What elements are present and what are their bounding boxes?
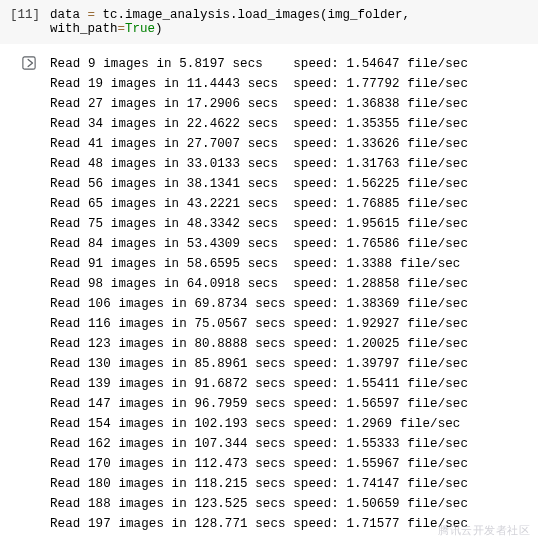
notebook-cell: [11] data = tc.image_analysis.load_image… [0,0,538,534]
code-token-call: tc.image_analysis.load_images [103,8,321,22]
code-token-assign: = [80,8,103,22]
svg-rect-0 [23,57,35,69]
cell-prompt: [11] [0,8,50,22]
output-gutter [0,54,50,70]
code-token-close: ) [155,22,163,36]
code-token-eq: = [118,22,126,36]
code-token-kwval: True [125,22,155,36]
code-token-kwname: with_path [50,22,118,36]
code-token-arg1: img_folder [328,8,403,22]
code-token-lhs: data [50,8,80,22]
run-output-icon[interactable] [22,56,36,70]
output-row: Read 9 images in 5.8197 secs speed: 1.54… [0,44,538,534]
code-editor[interactable]: data = tc.image_analysis.load_images(img… [50,8,538,36]
code-token-sep: , [403,8,411,22]
code-input-row: [11] data = tc.image_analysis.load_image… [0,0,538,44]
code-token-open: ( [320,8,328,22]
cell-output: Read 9 images in 5.8197 secs speed: 1.54… [50,54,538,534]
